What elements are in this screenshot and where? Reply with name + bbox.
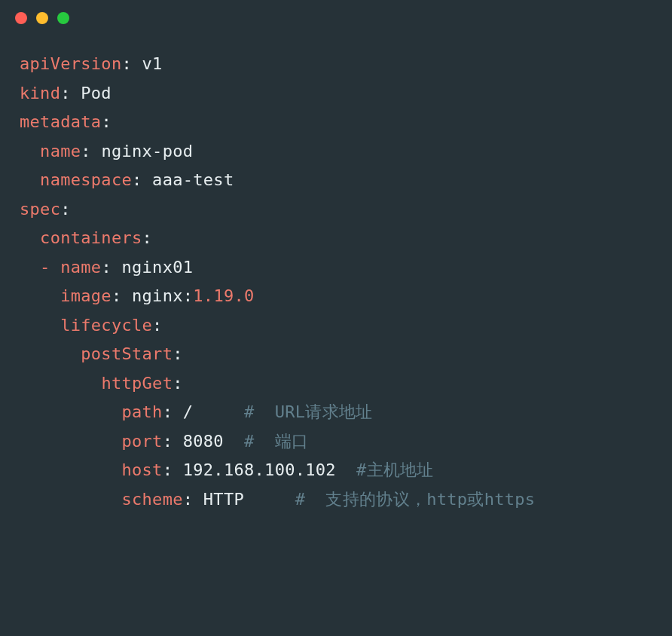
val-image-tag: 1.19.0 [193,286,254,305]
colon: : [121,54,142,73]
key-name: name [40,142,81,161]
colon: : [173,344,183,363]
val-name: nginx-pod [101,142,193,161]
val-kind: Pod [81,84,111,102]
colon: : [60,84,81,102]
colon: : [111,286,132,305]
colon: : [173,374,183,393]
key-spec: spec [20,200,60,219]
colon: : [152,316,163,335]
terminal-window: apiVersion: v1 kind: Pod metadata: name:… [0,0,672,636]
close-icon[interactable] [15,12,27,24]
key-image: image [60,286,111,305]
minimize-icon[interactable] [36,12,48,24]
comment-host: #主机地址 [356,460,434,479]
yaml-list-dash: - [40,258,50,277]
key-host: host [121,460,162,479]
key-path: path [121,402,162,421]
comment-path: # URL请求地址 [244,402,372,421]
comment-port: # 端口 [244,432,308,451]
colon: : [183,490,203,509]
colon: : [101,112,111,131]
colon: : [60,200,71,219]
key-namespace: namespace [40,170,132,189]
key-httpGet: httpGet [101,374,173,393]
val-port: 8080 [183,432,224,451]
val-c-name: nginx01 [121,258,193,277]
val-apiVersion: v1 [142,54,163,73]
key-apiVersion: apiVersion [20,54,121,73]
colon: : [163,402,183,421]
colon: : [81,142,101,161]
key-port: port [121,432,162,451]
key-containers: containers [40,228,142,247]
yaml-code-block: apiVersion: v1 kind: Pod metadata: name:… [0,50,672,514]
colon: : [163,432,183,451]
key-metadata: metadata [20,112,101,131]
colon: : [142,228,153,247]
zoom-icon[interactable] [57,12,69,24]
val-path: / [183,402,194,421]
key-lifecycle: lifecycle [60,316,152,335]
key-c-name: name [60,258,101,277]
key-postStart: postStart [81,344,173,363]
key-scheme: scheme [121,490,182,509]
colon: : [101,258,121,277]
colon: : [163,460,183,479]
val-image-repo: nginx: [132,286,193,305]
key-kind: kind [20,84,60,102]
val-scheme: HTTP [203,490,244,509]
colon: : [132,170,152,189]
comment-scheme: # 支持的协议，http或https [295,490,536,509]
val-host: 192.168.100.102 [183,460,336,479]
val-namespace: aaa-test [152,170,234,189]
window-titlebar [0,12,672,24]
